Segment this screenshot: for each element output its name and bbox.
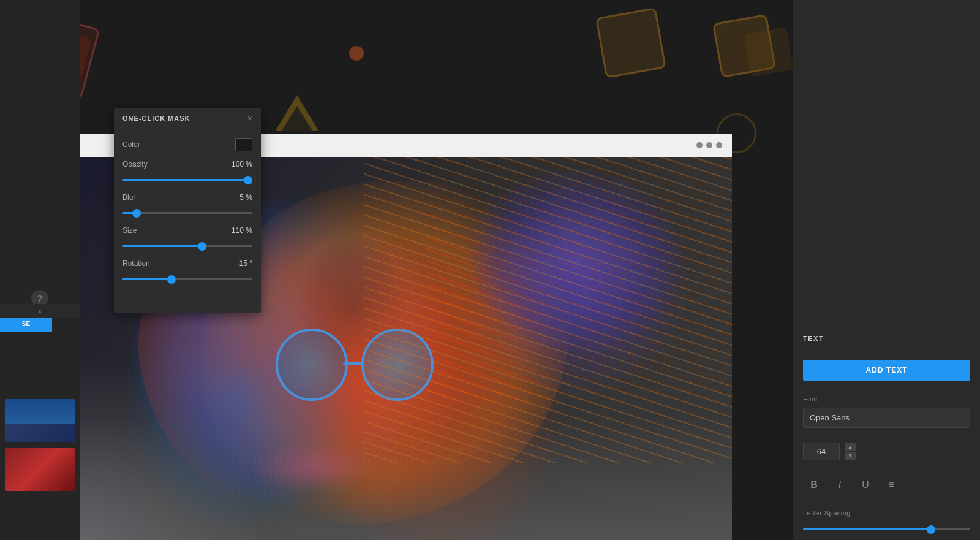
rotation-slider-container: Rotation -15 ° xyxy=(123,259,252,283)
opacity-value: 100 % xyxy=(232,160,252,169)
mask-panel-title: ONE-CLICK MASK xyxy=(123,115,190,122)
blur-value: 5 % xyxy=(239,193,252,202)
deco-triangle-inner xyxy=(282,106,312,131)
mask-panel-close-button[interactable]: × xyxy=(247,114,252,123)
deco-circle-1 xyxy=(349,46,364,61)
font-size-input[interactable] xyxy=(803,443,840,460)
size-slider[interactable] xyxy=(123,245,252,247)
font-section: Font Open Sans xyxy=(793,388,980,443)
toolbar-dot-2 xyxy=(706,142,712,148)
size-header: Size 110 % xyxy=(123,226,252,235)
align-button[interactable]: ≡ xyxy=(883,476,900,493)
collapse-icon: ▲ xyxy=(37,308,43,314)
letter-spacing-slider-container xyxy=(803,522,970,533)
right-panel-bottom: TEXT ADD TEXT Font Open Sans ▲ ▼ B I U ≡ xyxy=(793,324,980,540)
format-buttons-row: B I U ≡ xyxy=(803,476,970,493)
deco-shape-5 xyxy=(744,27,793,77)
right-panel-header: TEXT xyxy=(793,324,980,352)
blur-slider[interactable] xyxy=(123,212,252,214)
se-button[interactable]: SE xyxy=(0,316,52,332)
mask-panel-body: Color Opacity 100 % Blur 5 % Size 110 % xyxy=(114,129,261,301)
stepper-down[interactable]: ▼ xyxy=(845,452,856,460)
letter-spacing-slider[interactable] xyxy=(803,528,970,530)
se-button-label: SE xyxy=(22,321,30,327)
color-swatch[interactable] xyxy=(235,138,252,151)
mask-panel-header: ONE-CLICK MASK × xyxy=(114,108,261,129)
mask-panel: ONE-CLICK MASK × Color Opacity 100 % Blu… xyxy=(114,108,261,313)
hair-orange xyxy=(364,157,732,463)
mouth-area xyxy=(251,442,374,491)
size-value: 110 % xyxy=(232,226,252,235)
rotation-label: Rotation xyxy=(123,259,150,268)
blur-slider-container: Blur 5 % xyxy=(123,193,252,216)
glasses-bridge xyxy=(343,362,361,365)
size-label: Size xyxy=(123,226,137,235)
size-section: ▲ ▼ xyxy=(793,443,980,476)
blur-label: Blur xyxy=(123,193,135,202)
color-row: Color xyxy=(123,138,252,151)
stepper-up[interactable]: ▲ xyxy=(845,443,856,451)
sidebar-thumb-2[interactable] xyxy=(5,448,75,491)
bold-button[interactable]: B xyxy=(805,476,823,493)
toolbar-dot-3 xyxy=(716,142,722,148)
add-text-button[interactable]: ADD TEXT xyxy=(803,360,970,381)
italic-button[interactable]: I xyxy=(831,476,848,493)
opacity-label: Opacity xyxy=(123,160,148,169)
font-size-row: ▲ ▼ xyxy=(803,443,970,460)
deco-shape-3 xyxy=(595,7,666,78)
underline-button[interactable]: U xyxy=(857,476,874,493)
left-sidebar: ? SE ▲ xyxy=(0,0,80,540)
sidebar-thumb-1[interactable] xyxy=(5,399,75,442)
opacity-header: Opacity 100 % xyxy=(123,160,252,169)
letter-spacing-label: Letter Spacing xyxy=(803,509,970,517)
toolbar-dot-1 xyxy=(696,142,703,148)
size-slider-container: Size 110 % xyxy=(123,226,252,249)
rotation-slider[interactable] xyxy=(123,278,252,280)
rotation-value: -15 ° xyxy=(237,259,252,268)
blur-header: Blur 5 % xyxy=(123,193,252,202)
font-label: Font xyxy=(803,395,970,403)
collapse-section[interactable]: ▲ xyxy=(0,304,80,318)
right-panel: TEXT ADD TEXT Font Open Sans ▲ ▼ B I U ≡ xyxy=(793,0,980,540)
font-select[interactable]: Open Sans xyxy=(803,408,970,428)
letter-spacing-section: Letter Spacing xyxy=(793,502,980,540)
opacity-slider-container: Opacity 100 % xyxy=(123,160,252,183)
thumb-1-detail xyxy=(5,424,75,442)
color-label: Color xyxy=(123,140,140,149)
font-size-stepper[interactable]: ▲ ▼ xyxy=(845,443,856,460)
rotation-header: Rotation -15 ° xyxy=(123,259,252,268)
right-panel-title: TEXT xyxy=(803,335,824,342)
opacity-slider[interactable] xyxy=(123,179,252,181)
